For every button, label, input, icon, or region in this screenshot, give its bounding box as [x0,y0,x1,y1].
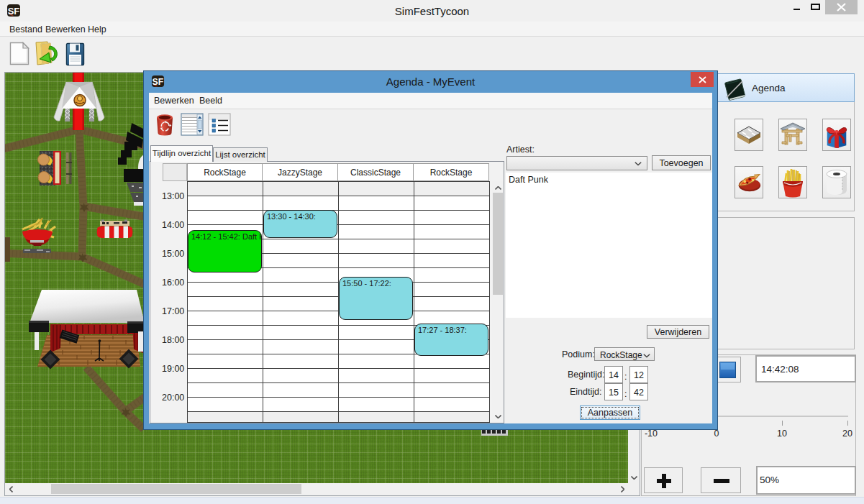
svg-text:SF: SF [8,6,20,17]
